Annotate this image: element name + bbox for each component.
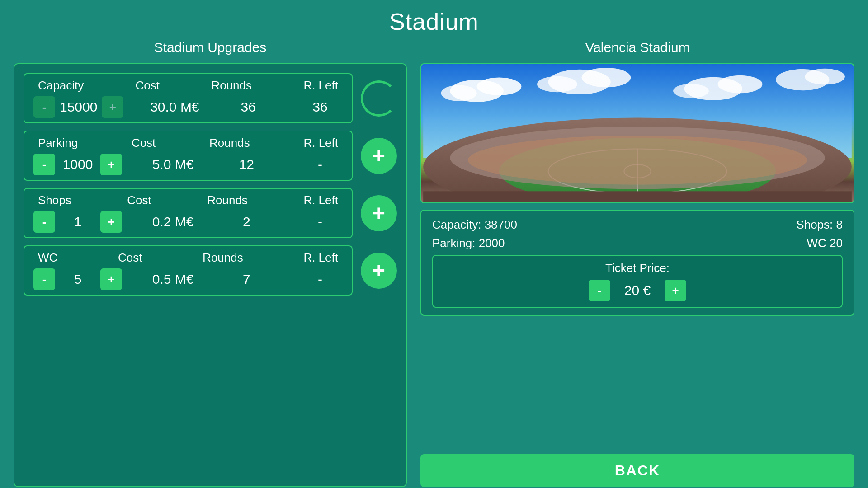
capacity-rounds-label: Rounds: [211, 79, 252, 93]
wc-stat: WC 20: [807, 236, 843, 250]
ticket-minus-button[interactable]: -: [589, 280, 610, 301]
page-title: Stadium: [0, 0, 868, 40]
parking-action-button[interactable]: +: [361, 138, 397, 174]
wc-minus-button[interactable]: -: [33, 268, 55, 290]
stadium-stats-box: Capacity: 38700 Shops: 8 Parking: 2000 W…: [420, 210, 854, 316]
svg-point-8: [718, 75, 763, 93]
capacity-header: Capacity Cost Rounds R. Left: [33, 79, 343, 93]
capacity-minus-button[interactable]: -: [33, 96, 55, 118]
wc-cost: 0.5 M€: [151, 272, 196, 287]
wc-row-wrapper: WC Cost Rounds R. Left - 5 + 0.5 M€ 7: [24, 245, 397, 296]
shops-value: 1: [60, 214, 96, 230]
capacity-cost-label: Cost: [136, 79, 160, 93]
wc-values: - 5 + 0.5 M€ 7 -: [33, 268, 343, 290]
capacity-stat-value: 38700: [485, 218, 517, 231]
shops-values: - 1 + 0.2 M€ 2 -: [33, 211, 343, 233]
shops-stat-value: 8: [836, 218, 843, 231]
svg-point-2: [477, 78, 522, 95]
parking-row-wrapper: Parking Cost Rounds R. Left - 1000 + 5.0…: [24, 131, 397, 181]
upgrades-section-title: Stadium Upgrades: [14, 40, 407, 55]
parking-minus-button[interactable]: -: [33, 154, 55, 175]
parking-cost-label: Cost: [132, 136, 156, 150]
shops-row-wrapper: Shops Cost Rounds R. Left - 1 + 0.2 M€ 2: [24, 188, 397, 238]
parking-card: Parking Cost Rounds R. Left - 1000 + 5.0…: [24, 131, 353, 181]
capacity-stat-label: Capacity: 38700: [432, 218, 517, 232]
shops-rleft-label: R. Left: [303, 193, 338, 207]
ticket-plus-button[interactable]: +: [665, 280, 686, 301]
capacity-cost: 30.0 M€: [150, 99, 199, 115]
right-panel: Valencia Stadium: [420, 40, 854, 487]
capacity-value: 15000: [60, 99, 97, 115]
capacity-rleft: 36: [297, 99, 343, 115]
parking-values: - 1000 + 5.0 M€ 12 -: [33, 154, 343, 175]
capacity-values: - 15000 + 30.0 M€ 36 36: [33, 96, 343, 118]
wc-cost-label: Cost: [118, 251, 142, 265]
upgrades-container: Capacity Cost Rounds R. Left - 15000 + 3…: [14, 63, 407, 487]
ticket-price-label: Ticket Price:: [442, 261, 833, 275]
ticket-stepper: - 20 € +: [442, 280, 833, 301]
wc-header: WC Cost Rounds R. Left: [33, 251, 343, 265]
shops-action-button[interactable]: +: [361, 195, 397, 231]
wc-label: WC: [38, 251, 57, 265]
shops-card: Shops Cost Rounds R. Left - 1 + 0.2 M€ 2: [24, 188, 353, 238]
parking-rounds: 12: [224, 157, 269, 172]
parking-rleft: -: [297, 157, 343, 172]
svg-point-11: [805, 69, 845, 85]
svg-point-5: [582, 68, 631, 87]
wc-stepper: - 5 +: [33, 268, 122, 290]
shops-stat-label: Shops: 8: [796, 218, 843, 232]
parking-value: 1000: [60, 157, 96, 172]
capacity-card: Capacity Cost Rounds R. Left - 15000 + 3…: [24, 73, 353, 123]
stadium-illustration: [421, 64, 854, 202]
wc-plus-button[interactable]: +: [100, 268, 122, 290]
back-button[interactable]: BACK: [420, 454, 854, 487]
wc-rounds: 7: [224, 272, 269, 287]
stats-row-1: Capacity: 38700 Shops: 8: [432, 218, 843, 232]
capacity-rleft-label: R. Left: [303, 79, 338, 93]
shops-cost-label: Cost: [127, 193, 151, 207]
shops-minus-button[interactable]: -: [33, 211, 55, 233]
svg-point-18: [468, 136, 807, 185]
wc-rleft-label: R. Left: [303, 251, 338, 265]
parking-plus-button[interactable]: +: [100, 154, 122, 175]
capacity-action-button[interactable]: [361, 80, 397, 117]
shops-rleft: -: [297, 214, 343, 230]
shops-rounds-label: Rounds: [207, 193, 248, 207]
parking-rounds-label: Rounds: [209, 136, 250, 150]
stats-row-2: Parking: 2000 WC 20: [432, 236, 843, 250]
wc-stat-value: 20: [830, 236, 843, 250]
parking-stepper: - 1000 +: [33, 154, 122, 175]
svg-point-3: [441, 85, 477, 101]
wc-rleft: -: [297, 272, 343, 287]
shops-label: Shops: [38, 193, 71, 207]
wc-action-button[interactable]: +: [361, 253, 397, 289]
shops-header: Shops Cost Rounds R. Left: [33, 193, 343, 207]
wc-card: WC Cost Rounds R. Left - 5 + 0.5 M€ 7: [24, 245, 353, 296]
parking-stat-value: 2000: [479, 236, 505, 250]
parking-cost: 5.0 M€: [151, 157, 196, 172]
svg-rect-19: [423, 191, 852, 202]
shops-stepper: - 1 +: [33, 211, 122, 233]
shops-cost: 0.2 M€: [151, 214, 196, 230]
ticket-price-box: Ticket Price: - 20 € +: [432, 255, 843, 308]
parking-label: Parking: [38, 136, 78, 150]
capacity-label: Capacity: [38, 79, 84, 93]
capacity-row-wrapper: Capacity Cost Rounds R. Left - 15000 + 3…: [24, 73, 397, 123]
wc-rounds-label: Rounds: [203, 251, 243, 265]
ticket-value: 20 €: [619, 283, 656, 298]
svg-point-9: [673, 84, 709, 98]
left-panel: Stadium Upgrades Capacity Cost Rounds R.…: [14, 40, 407, 487]
stadium-image: [420, 63, 854, 203]
capacity-plus-button[interactable]: +: [102, 96, 123, 118]
shops-rounds: 2: [224, 214, 269, 230]
svg-point-6: [537, 76, 577, 93]
wc-value: 5: [60, 272, 96, 287]
parking-rleft-label: R. Left: [303, 136, 338, 150]
shops-plus-button[interactable]: +: [100, 211, 122, 233]
parking-stat-label: Parking: 2000: [432, 236, 505, 250]
parking-header: Parking Cost Rounds R. Left: [33, 136, 343, 150]
capacity-rounds: 36: [226, 99, 271, 115]
stadium-name: Valencia Stadium: [420, 40, 854, 55]
capacity-stepper: - 15000 +: [33, 96, 123, 118]
